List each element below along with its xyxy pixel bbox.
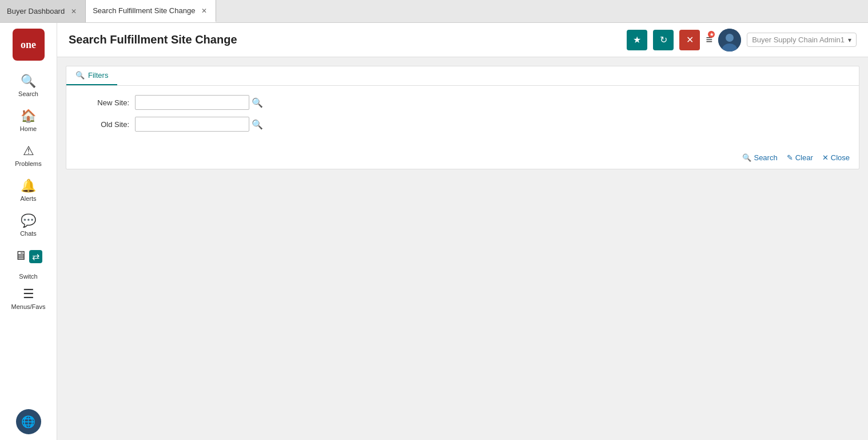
- filter-tab-icon: 🔍: [75, 71, 85, 80]
- new-site-input-wrap: 🔍: [135, 95, 263, 110]
- sidebar: one 🔍 Search 🏠 Home ⚠ Problems 🔔 Alerts …: [0, 23, 57, 440]
- header-right: ★ ↻ ✕ ≡ ★ Buyer Supply Chain Admin1 ▾: [627, 29, 857, 51]
- close-button[interactable]: ✕: [679, 30, 700, 50]
- sidebar-label-search: Search: [18, 90, 38, 97]
- search-link-icon: 🔍: [742, 153, 751, 162]
- notification-dot: ★: [708, 31, 715, 38]
- new-site-label: New Site:: [78, 98, 129, 107]
- switch-icon: 🖥: [14, 248, 27, 263]
- filter-tab-filters[interactable]: 🔍 Filters: [66, 66, 117, 85]
- new-site-input[interactable]: [135, 95, 249, 110]
- avatar[interactable]: [718, 29, 741, 51]
- sidebar-item-chats[interactable]: 💬 Chats: [6, 209, 51, 241]
- search-icon: 🔍: [21, 74, 36, 89]
- sidebar-item-switch[interactable]: 🖥 ⇄: [6, 244, 51, 269]
- sidebar-item-menus-favs[interactable]: ☰ Menus/Favs: [6, 282, 51, 315]
- clear-link[interactable]: ✎ Clear: [787, 153, 813, 162]
- problems-icon: ⚠: [23, 144, 34, 158]
- old-site-input[interactable]: [135, 117, 249, 132]
- page-body: 🔍 Filters New Site: 🔍 Old Site:: [57, 57, 868, 440]
- filter-tab-label: Filters: [88, 71, 108, 80]
- sidebar-item-search[interactable]: 🔍 Search: [6, 69, 51, 102]
- filter-panel: 🔍 Filters New Site: 🔍 Old Site:: [66, 66, 859, 169]
- tab-close-search-fulfillment[interactable]: ✕: [200, 6, 209, 15]
- clear-link-label: Clear: [795, 153, 813, 162]
- old-site-search-icon[interactable]: 🔍: [252, 119, 263, 130]
- chats-icon: 💬: [21, 213, 36, 228]
- search-link-label: Search: [754, 153, 777, 162]
- sidebar-item-alerts[interactable]: 🔔 Alerts: [6, 174, 51, 207]
- old-site-label: Old Site:: [78, 120, 129, 129]
- home-icon: 🏠: [21, 109, 36, 124]
- sidebar-label-chats: Chats: [20, 230, 37, 237]
- refresh-button[interactable]: ↻: [653, 30, 674, 50]
- main-layout: one 🔍 Search 🏠 Home ⚠ Problems 🔔 Alerts …: [0, 23, 868, 440]
- page-title: Search Fulfillment Site Change: [69, 33, 237, 46]
- content-area: Search Fulfillment Site Change ★ ↻ ✕ ≡ ★: [57, 23, 868, 440]
- tab-buyer-dashboard[interactable]: Buyer Dashboard ✕: [0, 0, 86, 22]
- search-link[interactable]: 🔍 Search: [742, 153, 777, 162]
- sidebar-label-menus: Menus/Favs: [11, 303, 46, 310]
- close-link-icon: ✕: [822, 153, 829, 162]
- switch-badge: ⇄: [29, 250, 42, 263]
- sidebar-item-problems[interactable]: ⚠ Problems: [6, 139, 51, 172]
- sidebar-label-alerts: Alerts: [20, 195, 36, 202]
- menu-button[interactable]: ≡ ★: [706, 33, 712, 46]
- dropdown-arrow-icon: ▾: [848, 36, 851, 44]
- menus-icon: ☰: [23, 287, 34, 302]
- page-header: Search Fulfillment Site Change ★ ↻ ✕ ≡ ★: [57, 23, 868, 57]
- alerts-icon: 🔔: [21, 179, 36, 193]
- tab-label: Buyer Dashboard: [7, 7, 65, 15]
- user-dropdown[interactable]: Buyer Supply Chain Admin1 ▾: [747, 33, 857, 47]
- user-name: Buyer Supply Chain Admin1: [752, 35, 845, 44]
- sidebar-item-home[interactable]: 🏠 Home: [6, 104, 51, 137]
- globe-icon[interactable]: 🌐: [16, 409, 41, 434]
- logo-text: one: [21, 39, 36, 51]
- clear-link-icon: ✎: [787, 153, 793, 162]
- tab-label-active: Search Fulfillment Site Change: [93, 6, 195, 15]
- close-link-label: Close: [831, 153, 850, 162]
- svg-point-1: [726, 34, 734, 42]
- tab-close-buyer-dashboard[interactable]: ✕: [69, 7, 78, 16]
- star-button[interactable]: ★: [627, 30, 647, 50]
- filter-tabs: 🔍 Filters: [66, 66, 859, 86]
- sidebar-label-home: Home: [20, 125, 37, 132]
- tab-search-fulfillment[interactable]: Search Fulfillment Site Change ✕: [86, 0, 216, 22]
- sidebar-bottom: 🌐: [16, 409, 41, 434]
- close-link[interactable]: ✕ Close: [822, 153, 850, 162]
- filter-actions: 🔍 Search ✎ Clear ✕ Close: [66, 148, 859, 169]
- old-site-input-wrap: 🔍: [135, 117, 263, 132]
- logo[interactable]: one: [13, 29, 45, 61]
- new-site-search-icon[interactable]: 🔍: [252, 97, 263, 108]
- filter-body: New Site: 🔍 Old Site: 🔍: [66, 86, 859, 148]
- filter-row-old-site: Old Site: 🔍: [78, 117, 847, 132]
- sidebar-label-problems: Problems: [15, 160, 41, 167]
- filter-row-new-site: New Site: 🔍: [78, 95, 847, 110]
- sidebar-label-switch: Switch: [19, 273, 37, 280]
- tab-bar: Buyer Dashboard ✕ Search Fulfillment Sit…: [0, 0, 868, 23]
